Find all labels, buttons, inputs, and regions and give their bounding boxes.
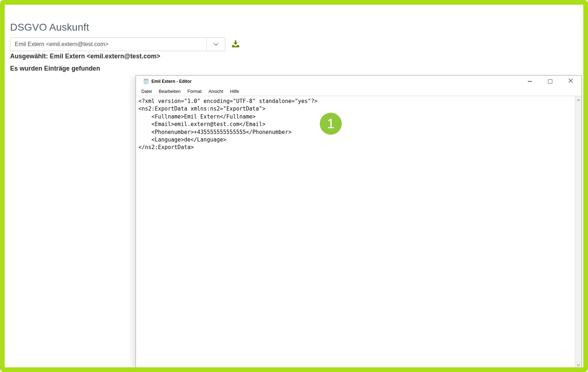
entries-found-label: Es wurden Einträge gefunden (10, 65, 100, 72)
download-button[interactable] (230, 39, 241, 50)
close-icon (569, 79, 573, 84)
page: { "header": { "title": "DSGVO Auskunft" … (0, 0, 588, 372)
maximize-icon (548, 79, 552, 84)
person-select-value: Emil Extern <emil.extern@test.com> (10, 41, 206, 48)
notepad-icon (143, 79, 149, 84)
menu-item-ansicht[interactable]: Ansicht (208, 88, 224, 95)
menu-item-hilfe[interactable]: Hilfe (229, 88, 240, 95)
page-title: DSGVO Auskunft (10, 22, 89, 33)
chevron-down-icon (577, 361, 580, 368)
xml-line: <?xml version="1.0" encoding="UTF-8" sta… (138, 98, 575, 105)
scroll-down-button[interactable] (575, 361, 582, 367)
xml-line: </ns2:ExportData> (138, 144, 575, 151)
editor-titlebar[interactable]: Emil Extern - Editor (136, 76, 582, 87)
vertical-scrollbar[interactable] (575, 96, 582, 367)
maximize-button[interactable] (545, 76, 555, 86)
xml-line: <Email>emil.extern@test.com</Email> (138, 121, 575, 128)
xml-line: <Fullname>Emil Extern</Fullname> (138, 113, 575, 121)
chevron-up-icon (577, 96, 580, 103)
window-title: Emil Extern - Editor (151, 79, 191, 84)
person-select[interactable]: Emil Extern <emil.extern@test.com> (10, 37, 225, 51)
menu-item-datei[interactable]: Datei (141, 88, 152, 95)
menu-item-format[interactable]: Format (187, 88, 203, 95)
editor-text-area[interactable]: <?xml version="1.0" encoding="UTF-8" sta… (136, 96, 582, 367)
editor-menubar: DateiBearbeitenFormatAnsichtHilfe (136, 87, 582, 96)
minimize-icon (528, 81, 532, 82)
minimize-button[interactable] (525, 76, 535, 86)
chevron-down-icon[interactable] (207, 43, 225, 46)
xml-code[interactable]: <?xml version="1.0" encoding="UTF-8" sta… (136, 96, 575, 367)
editor-window: Emil Extern - Editor DateiBearbeitenForm… (136, 75, 582, 368)
selected-person-label: Ausgewählt: Emil Extern <emil.extern@tes… (10, 53, 160, 60)
xml-line: <Language>de</Language> (138, 136, 575, 144)
xml-line: <Phonenumber>+435555555555555</Phonenumb… (138, 129, 575, 136)
scroll-up-button[interactable] (575, 96, 582, 102)
annotation-badge-1: 1 (320, 113, 342, 135)
xml-line: <ns2:ExportData xmlns:ns2="ExportData"> (138, 105, 575, 113)
menu-item-bearbeiten[interactable]: Bearbeiten (158, 88, 181, 95)
download-icon (231, 40, 240, 49)
close-button[interactable] (566, 76, 576, 86)
